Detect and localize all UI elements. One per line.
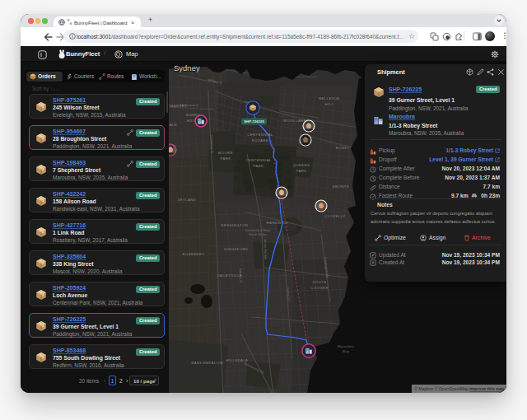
svg-text:RANDWICK: RANDWICK [267,221,289,225]
svg-text:PARK: PARK [220,156,231,161]
svg-text:HILLSDALE: HILLSDALE [226,358,248,362]
svg-text:BRONTE: BRONTE [333,184,349,189]
svg-text:NDALE: NDALE [169,123,177,127]
svg-text:© Mapbox © OpenStreetMap Impro: © Mapbox © OpenStreetMap Improve this ma… [414,386,504,391]
svg-text:KENSINGTON: KENSINGTON [222,223,249,227]
svg-text:SQUARE: SQUARE [252,138,269,142]
svg-text:Sydney: Sydney [174,63,200,72]
svg-text:MOORE: MOORE [218,151,233,155]
svg-text:CENTENNIAL: CENTENNIAL [245,158,272,162]
svg-text:DACEYVILLE: DACEYVILLE [217,273,243,278]
svg-text:HAYMARKET: HAYMARKET [169,104,187,108]
svg-text:Maroubra: Maroubra [338,344,355,348]
svg-text:PARK: PARK [253,164,264,168]
svg-text:BELLEVUE: BELLEVUE [319,96,340,100]
svg-text:HILL: HILL [325,102,334,106]
svg-text:SOUTH: SOUTH [312,280,326,284]
svg-text:South Wales: South Wales [249,232,267,236]
svg-text:S Dowling St: S Dowling St [210,134,214,154]
svg-text:CENTENNIAL: CENTENNIAL [247,133,273,137]
svg-text:PARK: PARK [296,169,306,173]
svg-text:KINGSFORD: KINGSFORD [224,247,248,251]
svg-text:BANKSMEADOW: BANKSMEADOW [191,361,223,365]
svg-text:ZETLAND: ZETLAND [178,198,197,202]
svg-text:BONDI: BONDI [336,146,349,150]
svg-text:COOGEE: COOGEE [310,286,328,290]
svg-text:Bay: Bay [343,349,350,353]
svg-text:CLOVELLY: CLOVELLY [324,214,345,218]
svg-text:ROSEBERY: ROSEBERY [182,252,204,256]
svg-text:QUEENS: QUEENS [293,163,310,167]
svg-text:SHP-726225: SHP-726225 [244,119,264,124]
